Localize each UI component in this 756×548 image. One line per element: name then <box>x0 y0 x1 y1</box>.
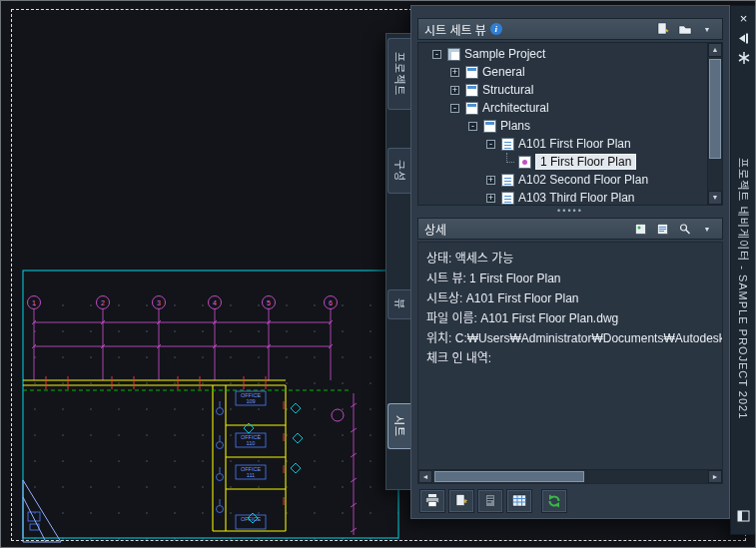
sheet-selections-button[interactable] <box>506 489 532 513</box>
tree-item-plans[interactable]: - Plans <box>418 117 705 135</box>
palette-menu-button[interactable] <box>735 508 752 524</box>
svg-text:4: 4 <box>213 299 217 306</box>
refresh-button[interactable] <box>541 489 567 513</box>
tab-views[interactable]: 뷰 <box>387 289 411 319</box>
tree-vertical-scrollbar[interactable]: ▲ ▼ <box>707 43 722 205</box>
detail-line-checkin: 체크 인 내역: <box>426 348 714 368</box>
properties-button[interactable] <box>735 50 752 66</box>
publish-button[interactable] <box>419 489 445 513</box>
detail-line-status: 상태: 액세스 가능 <box>426 249 714 269</box>
expander-icon[interactable]: - <box>432 50 441 59</box>
asterisk-icon <box>737 51 751 65</box>
auto-hide-pin-button[interactable] <box>735 30 752 46</box>
sheet-icon <box>501 138 514 151</box>
details-title: 상세 <box>424 221 446 238</box>
new-sheet-button[interactable]: * <box>654 21 672 37</box>
tree-item-view-1-first-floor-plan[interactable]: 1 First Floor Plan <box>418 153 705 171</box>
palette-tab-strip: 프로젝트 구성 뷰 시트 <box>385 33 410 490</box>
folder-icon <box>678 23 692 35</box>
sheet-set-tree: - Sample Project + General + Structural … <box>417 42 723 206</box>
selected-tree-label: 1 First Floor Plan <box>535 154 636 170</box>
chevron-down-icon: ▼ <box>704 226 711 233</box>
close-button[interactable]: × <box>735 10 752 26</box>
tree-item-architectural[interactable]: - Architectural <box>418 99 705 117</box>
expander-icon[interactable]: + <box>450 86 459 95</box>
scroll-track[interactable] <box>432 470 708 483</box>
subset-icon <box>465 84 478 97</box>
archive-button[interactable] <box>477 489 503 513</box>
sheet-set-view-header: 시트 세트 뷰 i * ▼ <box>417 18 723 40</box>
tab-project[interactable]: 프로젝트 <box>387 38 411 110</box>
preview-icon <box>634 223 648 236</box>
open-folder-button[interactable] <box>676 21 694 37</box>
tab-constructs[interactable]: 구성 <box>387 148 411 194</box>
tree-item-structural[interactable]: + Structural <box>418 81 705 99</box>
panel-icon <box>737 510 750 522</box>
scroll-thumb[interactable] <box>434 471 584 482</box>
scroll-track[interactable] <box>708 57 722 191</box>
tree-item-sample-project[interactable]: - Sample Project <box>418 45 705 63</box>
new-sheet-icon: * <box>656 22 670 36</box>
expander-icon[interactable]: + <box>450 68 459 77</box>
find-button[interactable] <box>676 221 694 237</box>
details-list-icon <box>656 223 670 236</box>
autocad-window: 1 2 3 4 5 6 O <box>0 0 756 548</box>
detail-line-filename: 파일 이름: A101 First Floor Plan.dwg <box>426 308 714 328</box>
show-details-button[interactable] <box>654 221 672 237</box>
svg-text:111: 111 <box>247 472 255 478</box>
svg-text:*: * <box>665 27 669 36</box>
printer-icon <box>424 493 440 508</box>
sheet-icon <box>501 192 514 205</box>
tree-item-general[interactable]: + General <box>418 63 705 81</box>
new-sheet-icon: * <box>453 493 469 508</box>
scroll-up-icon[interactable]: ▲ <box>708 43 722 57</box>
details-text: 상태: 액세스 가능 시트 뷰: 1 First Floor Plan 시트상:… <box>418 243 722 469</box>
info-icon[interactable]: i <box>490 23 502 35</box>
project-navigator-palette: 프로젝트 구성 뷰 시트 시트 세트 뷰 i * ▼ <box>385 5 756 535</box>
details-menu-button[interactable]: ▼ <box>698 221 716 237</box>
svg-text:110: 110 <box>247 440 256 446</box>
table-grid-icon <box>511 493 527 508</box>
expander-icon[interactable]: + <box>486 194 495 203</box>
subset-icon <box>465 102 478 115</box>
scroll-right-icon[interactable]: ► <box>708 470 722 483</box>
magnifier-icon <box>678 223 692 236</box>
details-horizontal-scrollbar[interactable]: ◄ ► <box>418 469 722 483</box>
show-preview-button[interactable] <box>632 221 650 237</box>
detail-line-location: 위치: C:₩Users₩Administrator₩Documents₩Aut… <box>426 328 714 348</box>
refresh-icon <box>546 493 562 509</box>
chevron-down-icon: ▼ <box>704 26 711 33</box>
sheet-set-menu-button[interactable]: ▼ <box>698 21 716 37</box>
palette-title: 프로젝트 네비게이터 - SAMPLE PROJECT 2021 <box>736 158 752 419</box>
palette-title-strip: × 프로젝트 네비게이터 - SAMPLE PROJECT 2021 <box>730 5 756 535</box>
detail-line-sheet-view: 시트 뷰: 1 First Floor Plan <box>426 269 714 288</box>
scroll-down-icon[interactable]: ▼ <box>708 191 722 205</box>
detail-line-sheet: 시트상: A101 First Floor Plan <box>426 288 714 308</box>
new-sheet-button[interactable]: * <box>448 489 474 513</box>
auto-hide-icon <box>737 32 750 45</box>
svg-text:5: 5 <box>267 299 271 306</box>
expander-icon[interactable]: - <box>486 140 495 149</box>
tree-item-a101-first-floor-plan[interactable]: - A101 First Floor Plan <box>418 135 705 153</box>
sheet-set-view-title: 시트 세트 뷰 <box>424 21 486 38</box>
panel-splitter[interactable]: ••••• <box>417 206 723 218</box>
tree-item-a103-third-floor-plan[interactable]: + A103 Third Floor Plan <box>418 189 705 206</box>
archive-icon <box>482 493 498 508</box>
sheet-icon <box>501 174 514 187</box>
details-panel: 상태: 액세스 가능 시트 뷰: 1 First Floor Plan 시트상:… <box>417 242 723 484</box>
svg-text:6: 6 <box>329 299 333 306</box>
tab-sheets[interactable]: 시트 <box>387 403 411 449</box>
svg-text:*: * <box>463 498 467 508</box>
expander-icon[interactable]: - <box>468 122 477 131</box>
subset-icon <box>483 120 496 133</box>
expander-icon[interactable]: + <box>486 176 495 185</box>
scroll-thumb[interactable] <box>709 59 721 159</box>
tree-item-a102-second-floor-plan[interactable]: + A102 Second Floor Plan <box>418 171 705 189</box>
sheet-view-icon <box>518 156 531 169</box>
expander-icon[interactable]: - <box>450 104 459 113</box>
sheets-panel: 시트 세트 뷰 i * ▼ - Sample Project <box>410 5 730 519</box>
svg-text:109: 109 <box>246 398 255 404</box>
bottom-toolbar: * <box>417 484 723 514</box>
floor-plan-drawing[interactable]: 1 2 3 4 5 6 O <box>16 266 407 548</box>
scroll-left-icon[interactable]: ◄ <box>418 470 432 483</box>
